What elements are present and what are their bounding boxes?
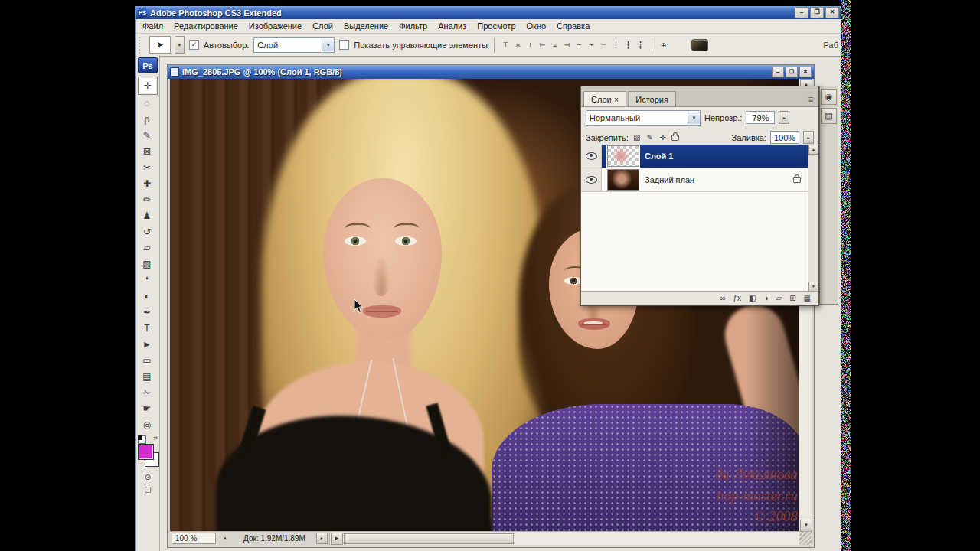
layer-mask-icon[interactable]: ◧	[749, 292, 756, 305]
blend-mode-dropdown[interactable]: Нормальный ▾	[586, 110, 701, 126]
adjustment-layer-icon[interactable]: ◑	[763, 292, 768, 305]
menu-item[interactable]: Изображение	[243, 20, 307, 32]
panel-scrollbar[interactable]: ▲ ▼	[808, 145, 818, 292]
eyedropper-tool[interactable]: ✁	[138, 385, 156, 400]
link-layers-icon[interactable]: ∞	[720, 292, 725, 305]
app-titlebar[interactable]: Ps Adobe Photoshop CS3 Extended ‒ ❐ ✕	[136, 6, 841, 19]
visibility-cell[interactable]	[581, 145, 602, 168]
eraser-tool[interactable]: ▱	[138, 240, 156, 256]
menu-item[interactable]: Анализ	[433, 20, 472, 32]
clone-stamp-tool[interactable]: ♟	[138, 208, 156, 223]
menu-item[interactable]: Окно	[521, 20, 552, 32]
notes-tool[interactable]: ▤	[138, 369, 156, 384]
crop-tool[interactable]: ⊠	[138, 144, 156, 159]
auto-align-icon[interactable]: ⊕	[658, 40, 668, 51]
distribute-left-edges-icon[interactable]: ┆	[611, 40, 621, 51]
marquee-tool[interactable]: ◌	[138, 96, 156, 111]
type-tool[interactable]: T	[138, 321, 156, 336]
zoom-tool[interactable]: ◎	[138, 417, 156, 432]
horizontal-scroll-thumb[interactable]	[344, 533, 514, 544]
menu-item[interactable]: Редактирование	[168, 20, 243, 32]
brush-tool[interactable]: ✏	[138, 192, 156, 207]
pen-tool[interactable]: ✒	[138, 305, 156, 320]
autoselect-checkbox[interactable]: ✓	[189, 40, 199, 50]
distribute-h-centers-icon[interactable]: ┇	[623, 40, 633, 51]
doc-close-button[interactable]: ✕	[799, 67, 812, 77]
tool-preset-dropdown[interactable]: ▾	[175, 36, 185, 54]
shape-tool[interactable]: ▭	[138, 353, 156, 368]
layer1-thumbnail[interactable]	[607, 145, 639, 167]
lock-position-icon[interactable]: ✛	[658, 133, 668, 142]
align-v-centers-icon[interactable]: ≍	[513, 40, 523, 51]
doc-minimize-button[interactable]: ‒	[772, 67, 784, 77]
lock-transparency-icon[interactable]: ▨	[632, 133, 642, 142]
align-h-centers-icon[interactable]: ≡	[550, 40, 560, 51]
lasso-tool[interactable]: ρ	[138, 112, 156, 127]
minimize-button[interactable]: ‒	[795, 7, 808, 18]
screen-mode-button[interactable]: ▢	[139, 483, 157, 495]
align-left-edges-icon[interactable]: ⊢	[537, 40, 547, 51]
menu-item[interactable]: Выделение	[338, 20, 394, 32]
close-button[interactable]: ✕	[825, 7, 839, 18]
document-titlebar[interactable]: IMG_2805.JPG @ 100% (Слой 1, RGB/8) ‒ ❐ …	[168, 65, 814, 79]
slice-tool[interactable]: ✂	[138, 160, 156, 175]
new-layer-icon[interactable]: ⊞	[789, 292, 795, 305]
hand-tool[interactable]: ☛	[138, 401, 156, 416]
history-brush-tool[interactable]: ↺	[138, 224, 156, 240]
menu-item[interactable]: Просмотр	[472, 20, 521, 32]
menu-item[interactable]: Справка	[551, 20, 595, 32]
dock-panel-icon-1[interactable]: ◉	[821, 89, 837, 105]
delete-layer-icon[interactable]: ▦	[804, 292, 811, 305]
lock-all-icon[interactable]	[671, 135, 679, 141]
layer-row-layer1[interactable]: Слой 1	[581, 145, 808, 168]
show-controls-checkbox[interactable]	[339, 40, 349, 50]
layer-style-icon[interactable]: ƒx	[733, 292, 741, 305]
fill-slider-button[interactable]: ▸	[803, 131, 814, 144]
visibility-cell[interactable]	[581, 168, 602, 191]
scroll-up-icon[interactable]: ▲	[808, 145, 818, 155]
menu-item[interactable]: Слой	[307, 20, 338, 32]
distribute-top-edges-icon[interactable]: ┄	[574, 40, 584, 51]
dodge-tool[interactable]: ◐	[138, 289, 156, 304]
fill-field[interactable]: 100%	[770, 131, 799, 144]
move-tool[interactable]: ✛	[138, 77, 158, 95]
distribute-v-centers-icon[interactable]: ┅	[586, 40, 596, 51]
opacity-field[interactable]: 79%	[746, 111, 775, 124]
menu-item[interactable]: Файл	[137, 20, 168, 32]
quick-selection-tool[interactable]: ✎	[138, 128, 156, 143]
scroll-down-icon[interactable]: ▼	[800, 520, 812, 532]
bridge-icon[interactable]	[691, 39, 708, 51]
maximize-button[interactable]: ❐	[810, 7, 824, 18]
tab-layers[interactable]: Слои ×	[583, 91, 626, 106]
eye-icon[interactable]	[586, 152, 597, 160]
path-selection-tool[interactable]: ►	[138, 337, 156, 352]
blur-tool[interactable]: ❛	[138, 272, 156, 288]
align-top-edges-icon[interactable]: ⊤	[501, 40, 511, 51]
swap-colors-icon[interactable]: ⇄	[153, 435, 158, 442]
autoselect-dropdown[interactable]: Слой ▾	[253, 37, 335, 53]
status-popup-button[interactable]: ▸	[316, 533, 328, 544]
gradient-tool[interactable]: ▧	[138, 256, 156, 272]
resize-grip[interactable]	[799, 532, 812, 545]
eye-icon[interactable]	[586, 176, 597, 184]
background-thumbnail[interactable]	[607, 169, 639, 191]
workspace-label[interactable]: Раб	[824, 41, 838, 50]
horizontal-scrollbar[interactable]: ◀ ▶	[329, 532, 799, 545]
quick-mask-button[interactable]: ⊙	[139, 471, 157, 483]
default-colors-icon[interactable]	[138, 435, 146, 444]
lock-pixels-icon[interactable]: ✎	[645, 133, 655, 142]
tab-history[interactable]: История	[628, 91, 676, 106]
options-bar-grip[interactable]	[139, 37, 143, 54]
scroll-right-icon[interactable]: ▶	[331, 533, 343, 545]
ps-logo[interactable]: Ps	[138, 57, 158, 73]
layer-group-icon[interactable]: ▱	[776, 292, 782, 305]
tool-preset-button[interactable]: ➤	[149, 36, 171, 54]
dock-panel-icon-2[interactable]: ▤	[821, 108, 837, 124]
align-bottom-edges-icon[interactable]: ⊥	[525, 40, 535, 51]
healing-brush-tool[interactable]: ✚	[138, 176, 156, 191]
doc-maximize-button[interactable]: ❐	[786, 67, 798, 77]
distribute-bottom-edges-icon[interactable]: ┈	[599, 40, 609, 51]
panel-menu-icon[interactable]: ≣	[808, 96, 816, 106]
align-right-edges-icon[interactable]: ⊣	[562, 40, 572, 51]
opacity-slider-button[interactable]: ▸	[779, 111, 789, 124]
